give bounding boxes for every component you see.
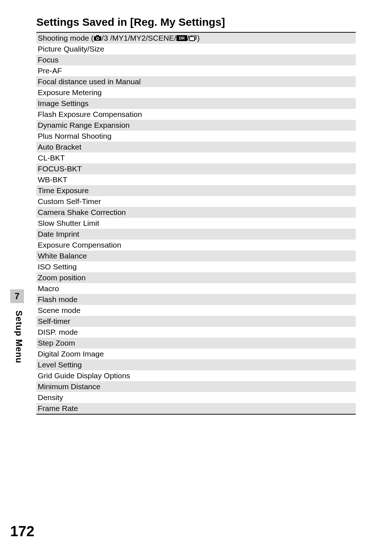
table-row: WB-BKT	[36, 174, 356, 185]
table-row: CL-BKT	[36, 152, 356, 163]
table-row: Slow Shutter Limit	[36, 218, 356, 229]
table-row: Macro	[36, 283, 356, 294]
table-row: Shooting mode (/3 /MY1/MY2/SCENE/DR/)	[36, 33, 356, 44]
table-row: Plus Normal Shooting	[36, 131, 356, 142]
table-row: Digital Zoom Image	[36, 349, 356, 359]
page: Settings Saved in [Reg. My Settings] Sho…	[0, 0, 392, 554]
table-row: Flash Exposure Compensation	[36, 109, 356, 120]
table-row: Custom Self-Timer	[36, 196, 356, 207]
svg-text:DR: DR	[179, 36, 185, 40]
table-row: Image Settings	[36, 98, 356, 109]
svg-rect-1	[96, 35, 99, 37]
chapter-label: Setup Menu	[10, 310, 24, 363]
side-tab: 7 Setup Menu	[10, 289, 24, 363]
table-row: Dynamic Range Expansion	[36, 120, 356, 131]
table-row: White Balance	[36, 250, 356, 261]
settings-table: Shooting mode (/3 /MY1/MY2/SCENE/DR/)Pic…	[36, 32, 356, 415]
table-row: Picture Quality/Size	[36, 44, 356, 54]
table-row: Time Exposure	[36, 185, 356, 196]
chapter-number: 7	[10, 289, 24, 303]
table-row: Zoom position	[36, 272, 356, 283]
page-number: 172	[10, 523, 34, 539]
table-row: FOCUS-BKT	[36, 163, 356, 174]
dr-icon: DR	[176, 33, 187, 44]
table-row: Date Imprint	[36, 229, 356, 240]
table-row: Self-timer	[36, 316, 356, 327]
page-heading: Settings Saved in [Reg. My Settings]	[36, 16, 225, 28]
table-row: Focal distance used in Manual	[36, 76, 356, 87]
table-row: Minimum Distance	[36, 381, 356, 392]
table-row: ISO Setting	[36, 261, 356, 272]
continuous-icon	[189, 33, 197, 44]
table-row: Grid Guide Display Options	[36, 370, 356, 381]
table-row: Scene mode	[36, 305, 356, 316]
table-row: DISP. mode	[36, 327, 356, 338]
table-row: Exposure Metering	[36, 87, 356, 98]
camera-icon	[94, 33, 102, 44]
table-row: Step Zoom	[36, 338, 356, 349]
table-row: Level Setting	[36, 359, 356, 370]
table-row: Exposure Compensation	[36, 240, 356, 250]
svg-point-3	[97, 38, 98, 39]
table-row: Pre-AF	[36, 65, 356, 76]
table-row: Camera Shake Correction	[36, 207, 356, 218]
table-row: Density	[36, 392, 356, 403]
table-row: Flash mode	[36, 294, 356, 305]
table-row: Auto Bracket	[36, 142, 356, 152]
table-row: Frame Rate	[36, 403, 356, 414]
table-row: Focus	[36, 54, 356, 65]
svg-rect-7	[189, 37, 195, 41]
